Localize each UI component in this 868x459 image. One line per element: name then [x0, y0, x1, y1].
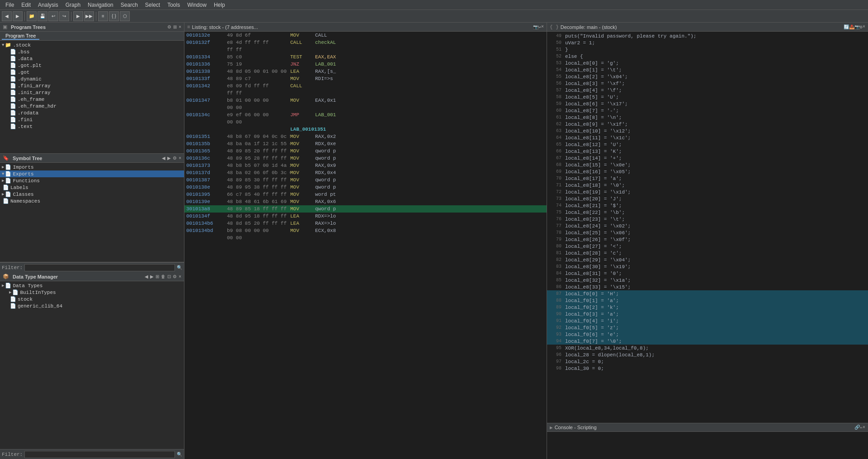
listing-row[interactable]: 00101347 b8 01 00 00 00 MOV EAX,0x1 [184, 97, 547, 104]
decompile-line[interactable]: 61 local_e8[8] = '\n'; [547, 114, 868, 121]
decompile-close[interactable]: × [863, 24, 865, 29]
decompile-line[interactable]: 54 local_e8[1] = '\t'; [547, 66, 868, 73]
symbol-tree-content[interactable]: ▶ 📄 Imports▼ 📄 Exports▶ 📄 Functions 📄 La… [0, 163, 184, 262]
menu-file[interactable]: File [2, 1, 18, 9]
decompile-line[interactable]: 83 local_e8[30] = '\x19'; [547, 263, 868, 270]
decompile-line[interactable]: 81 local_e8[28] = 'c'; [547, 250, 868, 256]
program-tree-expand[interactable]: ⊞ [173, 24, 177, 29]
decompile-line[interactable]: 49 puts("Invalid password, please try ag… [547, 33, 868, 39]
decompile-line[interactable]: 87 local_f0[0] = 'H'; [547, 290, 868, 297]
toolbar-run[interactable]: ▶▶ [84, 11, 94, 21]
decompile-line[interactable]: 86 local_e8[33] = '\x15'; [547, 284, 868, 290]
decompile-line[interactable]: 93 local_f0[6] = 'e'; [547, 331, 868, 338]
data-type-item[interactable]: 📄 stock [0, 296, 184, 303]
decompile-line[interactable]: 67 local_e8[14] = '+'; [547, 155, 868, 161]
program-tree-item[interactable]: 📄 .text [0, 123, 184, 130]
decompile-line[interactable]: 80 local_e8[27] = '<'; [547, 243, 868, 250]
listing-row[interactable]: 0010134b6 48 8d 85 20 ff ff ff LEA RAX=>… [184, 220, 547, 227]
decompile-line[interactable]: 77 local_e8[24] = '\x02'; [547, 222, 868, 229]
data-type-content[interactable]: ▶ 📄 Data Types ▶ 📄 BuiltInTypes 📄 stock … [0, 281, 184, 449]
symbol-tree-item[interactable]: ▶ 📄 Classes [0, 191, 184, 198]
decompile-line[interactable]: 89 local_f0[2] = 'k'; [547, 304, 868, 311]
data-type-item[interactable]: ▶ 📄 Data Types [0, 282, 184, 289]
decompile-line[interactable]: 91 local_f0[4] = 'i'; [547, 317, 868, 324]
symbol-tree-item[interactable]: ▶ 📄 Functions [0, 177, 184, 184]
program-tree-item[interactable]: 📄 .eh_frame_hdr [0, 103, 184, 109]
program-tree-item[interactable]: 📄 .dynamic [0, 76, 184, 82]
decompile-line[interactable]: 92 local_f0[5] = 'z'; [547, 324, 868, 331]
decompile-line[interactable]: 50 uVar2 = 1; [547, 39, 868, 46]
program-tree-item[interactable]: 📄 .fini [0, 116, 184, 123]
listing-row[interactable]: 0010133f 48 89 c7 MOV RDI=>s [184, 75, 547, 82]
decompile-line[interactable]: 55 local_e8[2] = '\x04'; [547, 73, 868, 80]
decompile-line[interactable]: 71 local_e8[18] = '\0'; [547, 182, 868, 189]
decompile-line[interactable]: 64 local_e8[11] = '\x1c'; [547, 134, 868, 141]
program-tree-item[interactable]: 📄 .eh_frame [0, 96, 184, 103]
program-tree-content[interactable]: ▼ 📁 .stock 📄 .bss 📄 .data 📄 .got.plt 📄 .… [0, 41, 184, 153]
filter-icon[interactable]: 🔍 [177, 265, 182, 270]
listing-row[interactable]: 0010138e 48 89 95 38 ff ff ff MOV qword … [184, 184, 547, 191]
listing-row[interactable]: 0010132f e8 4d ff ff ff CALL checkAL [184, 39, 547, 46]
decompile-line[interactable]: 51 } [547, 46, 868, 53]
decompile-line[interactable]: 84 local_e8[31] = '0'; [547, 270, 868, 277]
menu-edit[interactable]: Edit [18, 1, 34, 9]
listing-row[interactable]: ff ff [184, 46, 547, 53]
toolbar-save[interactable]: 💾 [38, 11, 47, 21]
console-close[interactable]: × [863, 425, 865, 430]
decompile-snap[interactable]: 📷 [854, 24, 860, 30]
decompile-line[interactable]: 69 local_e8[16] = '\x05'; [547, 168, 868, 175]
toolbar-redo[interactable]: ↪ [59, 11, 69, 21]
toolbar-back[interactable]: ◀ [2, 11, 12, 21]
decompile-line[interactable]: 79 local_e8[26] = '\x0f'; [547, 236, 868, 243]
decompile-line[interactable]: 75 local_e8[22] = '\b'; [547, 209, 868, 216]
listing-row[interactable]: 00101373 48 b8 b5 07 00 1d 4a 24 08 09 M… [184, 162, 547, 169]
dt-settings3[interactable]: ⊡ [167, 274, 171, 279]
console-content[interactable] [547, 432, 868, 459]
listing-row[interactable]: 00101395 66 c7 85 40 ff ff ff MOV word p… [184, 191, 547, 198]
decompile-line[interactable]: 96 local_28 = dlopen(local_e8,1); [547, 351, 868, 358]
listing-row[interactable]: 0010136c 48 89 95 28 ff ff ff MOV qword … [184, 155, 547, 162]
listing-row[interactable]: 00101338 48 8d 05 00 01 00 00 LEA RAX,[s… [184, 68, 547, 75]
program-tree-item[interactable]: ▼ 📁 .stock [0, 42, 184, 48]
decompile-line[interactable]: 74 local_e8[21] = '$'; [547, 202, 868, 209]
listing-row[interactable]: 00 00 [184, 234, 547, 241]
menu-search[interactable]: Search [117, 1, 142, 9]
decompile-line[interactable]: 90 local_f0[3] = 'a'; [547, 311, 868, 317]
toolbar-undo[interactable]: ↩ [48, 11, 58, 21]
dt-right[interactable]: ▶ [150, 274, 154, 279]
data-type-item[interactable]: ▶ 📄 BuiltInTypes [0, 289, 184, 296]
dt-settings2[interactable]: 🗑 [161, 274, 165, 279]
decompile-export[interactable]: 📤 [849, 24, 854, 30]
program-tree-item[interactable]: 📄 .init_array [0, 89, 184, 96]
listing-snapshot[interactable]: 📷 [533, 24, 538, 30]
decompile-line[interactable]: 94 local_f0[7] = '\0'; [547, 338, 868, 345]
listing-row[interactable]: LAB_00101351 [184, 126, 547, 133]
decompile-line[interactable]: 97 local_2c = 0; [547, 358, 868, 365]
symbol-tree-filter-input[interactable] [24, 264, 175, 271]
menu-select[interactable]: Select [142, 1, 164, 9]
listing-row[interactable]: 0010134c e9 ef 06 00 00 JMP LAB_001 [184, 111, 547, 118]
symbol-tree-item[interactable]: 📄 Namespaces [0, 198, 184, 204]
symbol-tree-item[interactable]: ▶ 📄 Imports [0, 164, 184, 170]
toolbar-analyze[interactable]: ▶ [73, 11, 83, 21]
program-tree-item[interactable]: 📄 .rodata [0, 109, 184, 116]
toolbar-open[interactable]: 📁 [27, 11, 37, 21]
symbol-tree-close[interactable]: × [179, 156, 181, 161]
decompile-reload[interactable]: 🔄 [844, 24, 849, 30]
listing-row[interactable]: 0010134bd b9 08 00 00 00 MOV ECX,0x8 [184, 227, 547, 234]
decompile-line[interactable]: 66 local_e8[13] = 'K'; [547, 148, 868, 155]
listing-row[interactable]: 0010134f 48 8d 95 18 ff ff ff LEA RDX=>l… [184, 213, 547, 220]
decompile-line[interactable]: 76 local_e8[23] = '\t'; [547, 216, 868, 222]
listing-row[interactable]: 00 00 [184, 118, 547, 126]
decompile-line[interactable]: 58 local_e8[5] = 'U'; [547, 94, 868, 100]
program-tree-item[interactable]: 📄 .got.plt [0, 62, 184, 69]
listing-row[interactable]: 00101336 75 19 JNZ LAB_001 [184, 61, 547, 68]
decompile-line[interactable]: 60 local_e8[7] = '-'; [547, 107, 868, 114]
listing-row[interactable]: 301013a8 48 89 85 18 ff ff ff MOV qword … [184, 205, 547, 213]
decompile-line[interactable]: 53 local_e8[0] = 'g'; [547, 60, 868, 66]
decompile-line[interactable]: 88 local_f0[1] = 'a'; [547, 297, 868, 304]
listing-row[interactable]: ff ff [184, 90, 547, 97]
decompile-line[interactable]: 85 local_e8[32] = '\x1a'; [547, 277, 868, 284]
program-tree-settings[interactable]: ⚙ [167, 24, 171, 29]
symbol-tree-left[interactable]: ◀ [162, 156, 165, 161]
